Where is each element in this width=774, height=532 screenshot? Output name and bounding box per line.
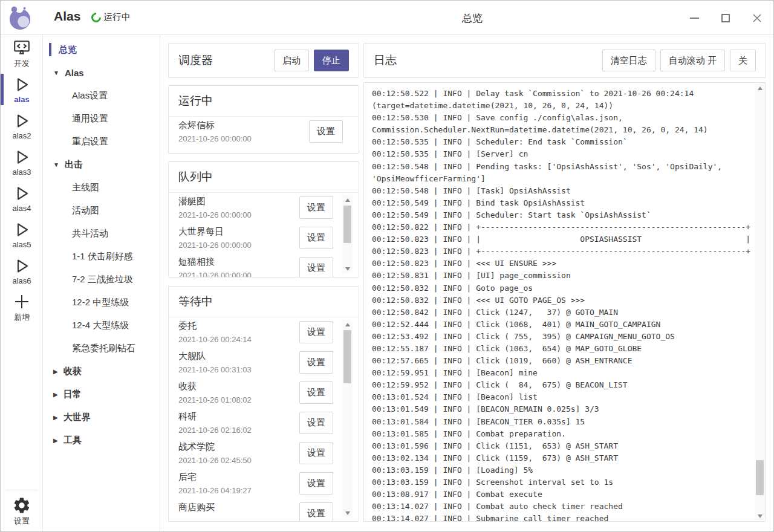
nav-item-label: Alas [65, 68, 84, 78]
rail-item-label: alas2 [12, 131, 31, 140]
scroll-down-icon[interactable] [342, 264, 353, 273]
task-settings-button[interactable]: 设置 [299, 412, 333, 434]
nav-item[interactable]: ▶ 工具 [43, 429, 160, 452]
nav-item[interactable]: 7-2 三战捡垃圾 [43, 268, 160, 291]
waiting-scrollbar[interactable] [342, 320, 353, 517]
log-line: 00:12:50.823 | INFO | <<< UI ENSURE >>> [372, 258, 747, 270]
window-controls [688, 1, 764, 35]
nav-item[interactable]: ▼ Alas [43, 61, 160, 84]
nav-item[interactable]: ▶ 大世界 [43, 406, 160, 429]
rail-item-alas6[interactable]: alas6 [1, 253, 43, 289]
scheduler-title: 调度器 [178, 53, 269, 68]
gear-icon [13, 496, 31, 515]
log-scrollbar[interactable] [755, 83, 765, 521]
scroll-down-icon[interactable] [342, 508, 353, 517]
nav-item[interactable]: 12-4 大型练级 [43, 314, 160, 337]
task-settings-button[interactable]: 设置 [299, 472, 333, 495]
rail-item-label: alas4 [12, 204, 31, 213]
scroll-up-icon[interactable] [755, 83, 765, 92]
log-line: 'OpsiMeowfficerFarming'] [372, 173, 747, 185]
scroll-thumb[interactable] [343, 206, 351, 243]
log-line: 00:12:53.492 | INFO | Click ( 755, 395) … [372, 331, 747, 343]
nav-item-label: 大世界 [63, 412, 91, 423]
nav-item-label: Alas设置 [72, 90, 108, 102]
nav-item[interactable]: 紧急委托刷钻石 [43, 337, 160, 360]
alas-logo-icon [7, 5, 33, 30]
task-row: 战术学院 2021-10-26 02:45:50 设置 [169, 438, 359, 469]
log-line: 00:13:01.585 | INFO | Combat preparation… [372, 428, 747, 440]
log-line: 00:13:02.134 | INFO | Click (1159, 673) … [372, 452, 747, 464]
plus-icon [13, 292, 30, 311]
log-title: 日志 [374, 53, 597, 68]
log-line: 00:12:50.831 | INFO | [UI] page_commissi… [372, 270, 747, 282]
rail-item-label: alas3 [12, 167, 31, 177]
task-row: 大世界每日 2021-10-26 00:00:00 设置 [169, 223, 359, 253]
rail-item-alas3[interactable]: alas3 [1, 144, 43, 180]
task-settings-button[interactable]: 设置 [299, 196, 333, 219]
running-title: 运行中 [178, 93, 213, 109]
rail-item-alas[interactable]: alas [1, 71, 43, 108]
nav-item[interactable]: ▶ 日常 [43, 383, 160, 406]
autoscroll-toggle-button[interactable]: 自动滚动 开 [660, 50, 725, 71]
rail-item-alas5[interactable]: alas5 [1, 216, 43, 253]
nav-arrow-icon: ▼ [53, 70, 59, 76]
task-settings-button[interactable]: 设置 [299, 381, 333, 404]
scheduler-start-button[interactable]: 启动 [274, 50, 309, 71]
log-line: 00:12:50.842 | INFO | Click (1247, 37) @… [372, 307, 747, 319]
log-off-button[interactable]: 关 [730, 50, 756, 71]
clear-log-button[interactable]: 清空日志 [602, 50, 655, 71]
nav-item[interactable]: 12-2 中型练级 [43, 291, 160, 314]
log-line: (target=datetime.datetime(2021, 10, 26, … [372, 100, 747, 112]
nav-item[interactable]: 1-1 伏击刷好感 [43, 245, 160, 268]
rail-item-alas2[interactable]: alas2 [1, 108, 43, 144]
titlebar: Alas 运行中 总览 [1, 1, 773, 35]
log-line: 00:12:59.951 | INFO | [Beacon] mine [372, 367, 747, 379]
log-line: 00:12:59.952 | INFO | Click ( 84, 675) @… [372, 379, 747, 391]
nav-item-label: 出击 [65, 159, 83, 170]
task-row: 收获 2021-10-26 01:08:02 设置 [169, 378, 359, 408]
task-settings-button[interactable]: 设置 [309, 120, 343, 143]
task-settings-button[interactable]: 设置 [299, 442, 333, 464]
play-icon [13, 75, 31, 94]
nav-item[interactable]: ▼ 出击 [43, 153, 160, 176]
waiting-title: 等待中 [178, 294, 213, 310]
page-title: 总览 [462, 11, 483, 25]
nav-item-label: 12-4 大型练级 [72, 320, 129, 331]
scroll-up-icon[interactable] [342, 320, 353, 329]
rail-item-dev[interactable]: 开发 [1, 35, 43, 71]
scheduler-stop-button[interactable]: 停止 [314, 50, 349, 71]
scroll-down-icon[interactable] [755, 511, 765, 521]
task-settings-button[interactable]: 设置 [299, 257, 333, 277]
nav-item[interactable]: 活动图 [43, 199, 160, 222]
scroll-up-icon[interactable] [342, 195, 353, 204]
nav-item-label: 工具 [63, 435, 82, 446]
log-line: 00:13:14.027 | INFO | Submarine call tim… [372, 513, 747, 521]
rail-item-alas4[interactable]: alas4 [1, 180, 43, 216]
log-line: 00:13:01.596 | INFO | Click (1151, 653) … [372, 440, 747, 452]
nav-item[interactable]: 主线图 [43, 176, 160, 199]
log-line: 00:12:50.549 | INFO | Bind task OpsiAshA… [372, 197, 747, 209]
nav-item[interactable]: 通用设置 [43, 107, 160, 130]
scroll-thumb[interactable] [343, 330, 351, 383]
nav-arrow-icon: ▼ [53, 161, 59, 168]
rail-item-label: alas [14, 95, 29, 104]
maximize-icon[interactable] [719, 11, 732, 25]
nav-item[interactable]: Alas设置 [43, 84, 160, 107]
rail-item-add[interactable]: 新增 [1, 289, 43, 325]
log-output[interactable]: 00:12:50.522 | INFO | Delay task `Commis… [364, 83, 766, 521]
nav-item[interactable]: 重启设置 [43, 130, 160, 153]
task-settings-button[interactable]: 设置 [299, 227, 333, 249]
queued-title: 队列中 [178, 169, 213, 185]
task-settings-button[interactable]: 设置 [299, 351, 333, 374]
nav-item[interactable]: ▶ 收获 [43, 360, 160, 383]
close-icon[interactable] [750, 11, 764, 25]
queued-scrollbar[interactable] [342, 195, 353, 273]
log-line: 00:13:03.159 | INFO | [Loading] 5% [372, 464, 747, 476]
nav-item[interactable]: 总览 [43, 38, 160, 61]
scroll-thumb[interactable] [756, 460, 764, 495]
task-settings-button[interactable]: 设置 [299, 502, 333, 521]
minimize-icon[interactable] [688, 11, 701, 25]
task-settings-button[interactable]: 设置 [299, 321, 333, 343]
rail-item-settings[interactable]: 设置 [1, 494, 43, 528]
nav-item[interactable]: 共斗活动 [43, 222, 160, 245]
